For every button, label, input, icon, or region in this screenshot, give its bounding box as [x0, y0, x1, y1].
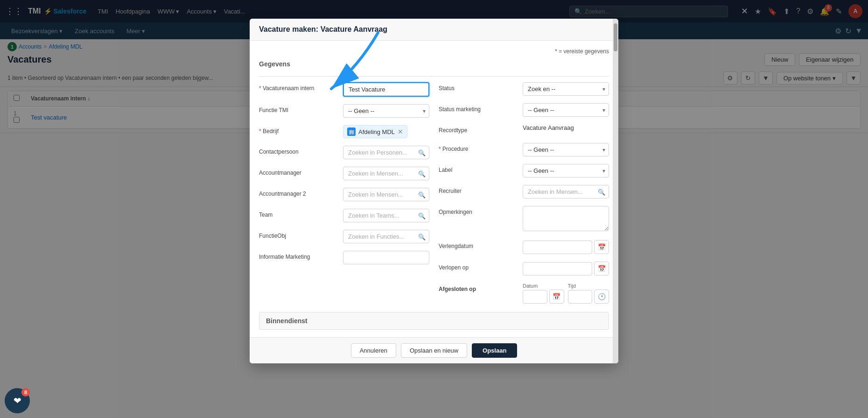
verlengdatum-input[interactable] — [523, 241, 592, 254]
tijd-wrap: 🕐 — [568, 290, 609, 304]
label-wrap: -- Geen -- ▾ — [523, 164, 609, 177]
status-row: Status Zoek en -- ▾ — [439, 78, 609, 99]
functie-tmi-select-wrap: -- Geen -- ▾ — [343, 104, 429, 118]
verlengdatum-calendar-btn[interactable]: 📅 — [594, 240, 609, 254]
vacaturenaam-intern-input[interactable] — [343, 82, 429, 97]
status-marketing-select[interactable]: -- Geen -- — [523, 103, 609, 117]
afgesloten-op-datetime: Datum 📅 Tijd — [523, 283, 609, 304]
status-select[interactable]: Zoek en -- — [523, 82, 609, 96]
status-marketing-select-wrap: -- Geen -- ▾ — [523, 103, 609, 117]
status-wrap: Zoek en -- ▾ — [523, 82, 609, 96]
recruiter-search-wrap: 🔍 — [523, 185, 609, 198]
recruiter-wrap: 🔍 — [523, 185, 609, 198]
afgesloten-datum-input[interactable] — [523, 290, 547, 304]
procedure-select[interactable]: -- Geen -- — [523, 143, 609, 156]
accountmanager2-search[interactable] — [343, 188, 429, 201]
vacaturenaam-row: * Vacaturenaam intern — [259, 78, 429, 100]
functie-tmi-label: Functie TMI — [259, 104, 343, 113]
functieobj-wrap: 🔍 — [343, 230, 429, 243]
datum-label: Datum — [523, 283, 564, 289]
recordtype-row: Recordtype Vacature Aanvraag — [439, 120, 609, 139]
modal-footer: Annuleren Opslaan en nieuw Opslaan — [250, 337, 618, 363]
informatie-marketing-input[interactable] — [343, 251, 429, 264]
modal-title: Vacature maken: Vacature Aanvraag — [259, 25, 387, 34]
tijd-group: Tijd 🕐 — [568, 283, 609, 304]
heart-icon: ❤ — [14, 395, 21, 406]
afgesloten-tijd-clock-btn[interactable]: 🕐 — [594, 290, 609, 304]
procedure-wrap: -- Geen -- ▾ — [523, 143, 609, 156]
save-button[interactable]: Opslaan — [472, 343, 517, 358]
accountmanager2-label: Accountmanager 2 — [259, 188, 343, 197]
team-search[interactable] — [343, 209, 429, 222]
informatie-marketing-wrap — [343, 251, 429, 264]
accountmanager-search[interactable] — [343, 167, 429, 180]
modal-overlay: Vacature maken: Vacature Aanvraag * = ve… — [0, 0, 868, 418]
functie-tmi-wrap: -- Geen -- ▾ — [343, 104, 429, 118]
bedrijf-tag: 🏢 Afdeling MDL ✕ — [343, 125, 407, 138]
team-wrap: 🔍 — [343, 209, 429, 222]
recruiter-label: Recruiter — [439, 185, 523, 194]
contactpersoon-search[interactable] — [343, 146, 429, 159]
datum-wrap: 📅 — [523, 290, 564, 304]
modal-header: Vacature maken: Vacature Aanvraag — [250, 19, 618, 41]
accountmanager-row: Accountmanager 🔍 — [259, 163, 429, 184]
verlengdatum-wrap: 📅 — [523, 240, 609, 254]
afgesloten-tijd-input[interactable] — [568, 290, 593, 304]
scroll-indicator[interactable] — [613, 19, 618, 363]
accountmanager2-row: Accountmanager 2 🔍 — [259, 184, 429, 205]
procedure-select-wrap: -- Geen -- ▾ — [523, 143, 609, 156]
label-select[interactable]: -- Geen -- — [523, 164, 609, 177]
informatie-marketing-label: Informatie Marketing — [259, 251, 343, 260]
binnendienst-section: Binnendienst — [259, 312, 609, 330]
vacaturenaam-label: * Vacaturenaam intern — [259, 82, 343, 92]
remove-bedrijf-icon[interactable]: ✕ — [398, 128, 403, 135]
bedrijf-row: * Bedrijf 🏢 Afdeling MDL ✕ — [259, 121, 429, 142]
functie-tmi-select[interactable]: -- Geen -- — [343, 104, 429, 118]
informatie-marketing-row: Informatie Marketing — [259, 247, 429, 268]
required-note: * = vereiste gegevens — [259, 48, 609, 55]
bottom-notification-count: 8 — [21, 388, 30, 397]
company-icon: 🏢 — [347, 128, 356, 136]
verlengdatum-date-wrap: 📅 — [523, 240, 609, 254]
procedure-label: * Procedure — [439, 143, 523, 152]
accountmanager-search-wrap: 🔍 — [343, 167, 429, 180]
bottom-status-area: ❤ 8 — [5, 388, 30, 413]
verlopen-op-calendar-btn[interactable]: 📅 — [594, 262, 609, 276]
verlopen-op-input[interactable] — [523, 262, 592, 276]
team-search-wrap: 🔍 — [343, 209, 429, 222]
bottom-status-btn[interactable]: ❤ 8 — [5, 388, 30, 413]
functieobj-search-wrap: 🔍 — [343, 230, 429, 243]
afgesloten-op-wrap: Datum 📅 Tijd — [523, 283, 609, 304]
cancel-button[interactable]: Annuleren — [351, 343, 396, 358]
modal-body: * = vereiste gegevens Gegevens * Vacatur… — [250, 41, 618, 337]
modal: Vacature maken: Vacature Aanvraag * = ve… — [250, 19, 618, 363]
team-row: Team 🔍 — [259, 205, 429, 226]
accountmanager2-search-wrap: 🔍 — [343, 188, 429, 201]
binnendienst-title: Binnendienst — [266, 317, 602, 325]
verlopen-op-date-wrap: 📅 — [523, 262, 609, 276]
opmerkingen-textarea[interactable] — [523, 206, 609, 231]
opmerkingen-label: Opmerkingen — [439, 206, 523, 215]
label-label: Label — [439, 164, 523, 173]
scroll-thumb — [614, 23, 617, 51]
functieobj-label: FunctieObj — [259, 230, 343, 239]
section-divider — [259, 76, 609, 77]
section-gegevens-title: Gegevens — [259, 60, 609, 70]
accountmanager-wrap: 🔍 — [343, 167, 429, 180]
contactpersoon-row: Contactpersoon 🔍 — [259, 142, 429, 163]
label-row: Label -- Geen -- ▾ — [439, 160, 609, 181]
verlopen-op-label: Verlopen op — [439, 262, 523, 271]
afgesloten-datum-calendar-btn[interactable]: 📅 — [549, 290, 564, 304]
save-new-button[interactable]: Opslaan en nieuw — [401, 343, 467, 358]
recruiter-search[interactable] — [523, 185, 609, 198]
status-marketing-row: Status marketing -- Geen -- ▾ — [439, 99, 609, 120]
recruiter-row: Recruiter 🔍 — [439, 181, 609, 202]
tijd-label: Tijd — [568, 283, 609, 289]
contactpersoon-search-wrap: 🔍 — [343, 146, 429, 159]
functieobj-search[interactable] — [343, 230, 429, 243]
contactpersoon-wrap: 🔍 — [343, 146, 429, 159]
team-label: Team — [259, 209, 343, 218]
bedrijf-value: Afdeling MDL — [358, 128, 395, 135]
functie-tmi-row: Functie TMI -- Geen -- ▾ — [259, 100, 429, 121]
recordtype-value: Vacature Aanvraag — [523, 121, 574, 131]
